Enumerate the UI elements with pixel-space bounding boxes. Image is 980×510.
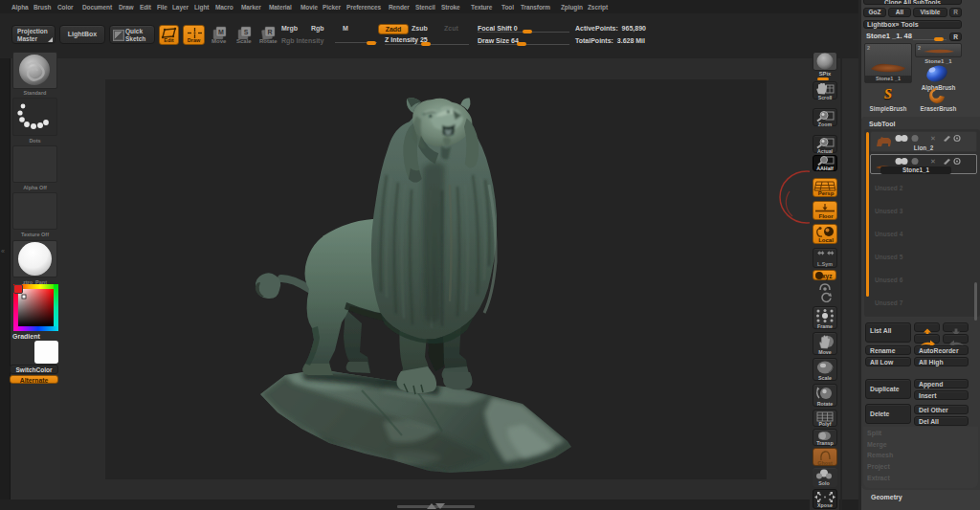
svg-text:S: S: [244, 29, 249, 35]
svg-text:✕: ✕: [930, 135, 936, 142]
svg-text:M: M: [218, 29, 224, 35]
svg-text:R: R: [267, 29, 272, 35]
svg-text:✕: ✕: [930, 158, 936, 165]
